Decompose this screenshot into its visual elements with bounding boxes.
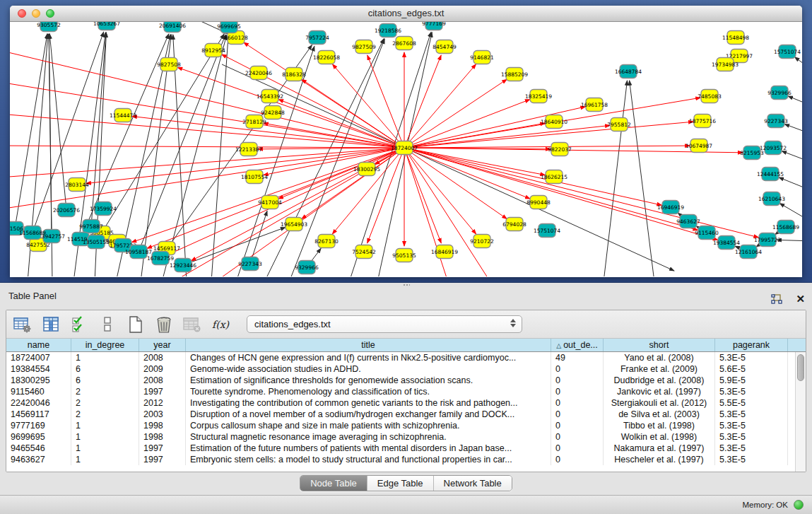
graph-node[interactable]: 2867608 [392,37,416,50]
graph-node[interactable]: 20691406 [159,22,186,33]
graph-node[interactable]: 19384554 [713,236,740,250]
close-window-button[interactable] [18,9,26,18]
graph-node[interactable]: 2718129 [242,115,266,129]
graph-node[interactable]: 19218586 [375,24,401,37]
graph-node[interactable]: 20206576 [53,204,80,217]
graph-node[interactable]: 9777169 [422,22,446,30]
graph-node[interactable]: 11548498 [722,31,749,45]
graph-node[interactable]: 9242848 [261,106,285,119]
graph-node[interactable]: 15885209 [501,68,528,81]
graph-node[interactable]: 18640910 [541,115,567,129]
close-panel-icon[interactable]: ✕ [796,293,805,305]
graph-node[interactable]: 8454749 [433,40,457,54]
graph-node[interactable]: 16648784 [615,65,642,78]
select-columns-icon[interactable] [70,315,88,334]
vertical-scrollbar[interactable] [795,352,806,472]
new-document-icon[interactable] [126,315,145,334]
graph-node[interactable]: 9417004 [258,196,282,209]
graph-node[interactable]: 18325419 [525,90,552,103]
column-header-pagerank[interactable]: pagerank [715,339,788,351]
graph-node[interactable]: 8215953 [740,146,764,160]
graph-node[interactable]: 9305572 [37,22,61,32]
graph-node[interactable]: 9822037 [548,143,572,156]
graph-node[interactable]: 12444155 [757,168,784,181]
graph-node[interactable]: 11568689 [772,221,799,234]
graph-node[interactable]: 8912954 [201,44,225,57]
table-row[interactable]: 969969511998Structural magnetic resonanc… [6,431,795,443]
graph-node[interactable]: 9329966 [295,261,319,274]
table-row[interactable]: 1938455462009Genome-wide association stu… [6,363,795,375]
table-selector-dropdown[interactable]: citations_edges.txt [247,315,522,333]
graph-node[interactable]: 10674987 [686,139,712,153]
graph-node[interactable]: 17359924 [90,202,117,216]
column-header-title[interactable]: title [186,339,551,351]
column-visibility-icon[interactable] [42,315,60,334]
graph-node[interactable]: 9210722 [470,235,494,248]
graph-node[interactable]: 10653267 [93,22,120,30]
graph-node[interactable]: 15751074 [534,224,560,238]
float-panel-icon[interactable] [767,290,786,308]
graph-node[interactable]: 16543392 [257,90,283,103]
table-cell: 9465546 [6,443,71,454]
graph-node[interactable]: 7485083 [698,90,722,103]
graph-node[interactable]: 9505135 [392,249,416,262]
function-builder-icon[interactable]: f(x) [211,315,230,334]
row-height-icon[interactable] [98,315,117,334]
minimize-window-button[interactable] [32,9,40,18]
table-row[interactable]: 2242004622012Investigating the contribut… [6,397,795,409]
graph-node[interactable]: 7524542 [352,245,376,259]
graph-node[interactable]: 9227343 [764,115,788,128]
graph-node[interactable]: 2803144 [65,178,89,192]
graph-node[interactable]: 9146821 [470,51,494,64]
graph-node[interactable]: 16210643 [758,192,785,206]
graph-node[interactable]: 8990448 [526,196,551,209]
graph-node[interactable]: 12161064 [735,245,762,259]
graph-edge [15,34,47,228]
graph-node[interactable]: 12213387 [235,143,262,156]
graph-node[interactable]: 15751074 [774,45,801,59]
graph-node[interactable]: 9827509 [352,40,376,54]
tab-edge-table[interactable]: Edge Table [367,476,434,491]
graph-node[interactable]: 9115460 [695,226,719,240]
network-graph-canvas[interactable]: 1872400798220371862621589904486794028921… [10,22,802,276]
table-row[interactable]: 1830029562008Estimation of significance … [6,375,795,386]
graph-node[interactable]: 9227343 [238,257,262,271]
graph-node[interactable]: 18226058 [313,51,340,64]
column-header-out_de[interactable]: △out_de... [551,339,604,351]
table-row[interactable]: 977716911998Corpus callosum shape and si… [6,420,795,431]
table-settings-icon[interactable] [13,315,32,334]
graph-node[interactable]: 6794028 [502,218,526,231]
table-row[interactable]: 1456911722003Disruption of a novel membe… [6,409,795,420]
tab-network-table[interactable]: Network Table [434,476,512,491]
graph-node[interactable]: 9827508 [157,58,181,71]
memory-status-indicator-icon[interactable] [794,500,804,510]
table-row[interactable]: 946554611997Estimation of the future num… [6,443,795,454]
graph-node[interactable]: 11544473 [110,109,136,122]
tab-node-table[interactable]: Node Table [300,476,367,491]
table-row[interactable]: 946362711997Embryonic stem cells: a mode… [6,454,795,465]
delete-trash-icon[interactable] [155,315,173,334]
column-header-short[interactable]: short [604,339,715,351]
graph-node[interactable]: 7955812 [607,118,631,132]
graph-node[interactable]: 16946919 [657,201,684,214]
column-header-year[interactable]: year [139,339,186,351]
column-header-in_degree[interactable]: in_degree [71,339,139,351]
graph-node[interactable]: 18775716 [689,115,716,128]
scrollbar-thumb[interactable] [797,354,804,381]
graph-node[interactable]: 16846919 [431,245,458,259]
table-row[interactable]: 911546021997Tourette syndrome. Phenomeno… [6,386,795,397]
graph-node[interactable]: 7957224 [305,31,329,45]
graph-node[interactable]: 17995722 [754,233,781,247]
graph-node[interactable]: 8186328 [282,68,306,81]
graph-node[interactable]: 9463627 [676,215,700,228]
graph-node[interactable]: 9699695 [217,22,241,33]
graph-node[interactable]: 16961758 [581,98,608,112]
column-header-name[interactable]: name [6,339,71,351]
graph-node[interactable]: 18626215 [541,170,567,184]
zoom-window-button[interactable] [46,9,54,18]
table-row[interactable]: 1872400712008Changes of HCN gene express… [6,352,795,363]
graph-node[interactable]: 9329966 [767,86,792,100]
graph-node[interactable]: 8267130 [314,235,339,248]
network-window-titlebar[interactable]: citations_edges.txt [10,6,802,22]
graph-node[interactable]: 9975887 [79,220,103,233]
